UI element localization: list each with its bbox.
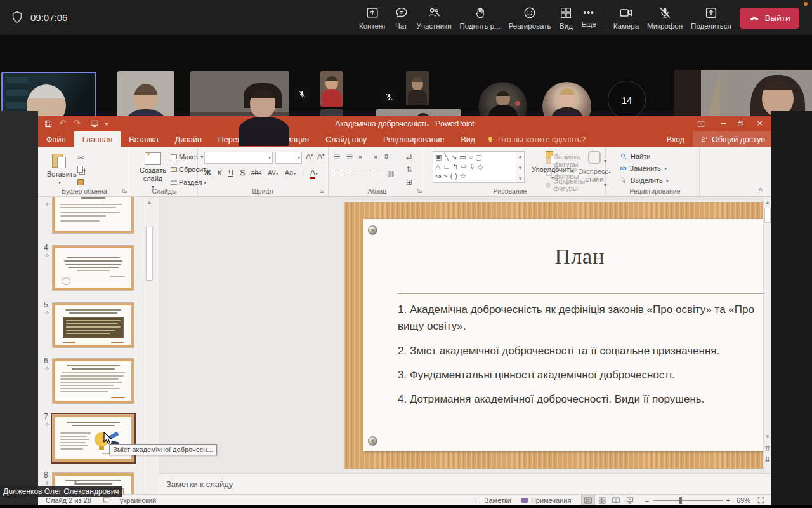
select-button[interactable]: Выделить▾ xyxy=(620,177,669,184)
panel-collapse-icon[interactable]: ▾ xyxy=(74,479,77,485)
react-button[interactable]: Реагировать xyxy=(509,3,551,32)
share-session-button[interactable]: Общий доступ xyxy=(693,131,771,147)
shapes-scroll[interactable]: ▴ ▾ ▾ xyxy=(516,151,525,183)
scroll-up-icon[interactable]: ▴ xyxy=(764,199,771,205)
text-direction-icon[interactable]: ⇄ xyxy=(406,152,412,161)
video-tile-4[interactable] xyxy=(320,71,343,107)
tab-design[interactable]: Дизайн xyxy=(167,131,210,147)
bold-button[interactable]: Ж xyxy=(204,168,211,177)
align-right-icon[interactable] xyxy=(360,171,368,177)
font-name-combo[interactable]: ▾ xyxy=(204,152,273,164)
notes-bar[interactable]: ▾ Заметки к слайду xyxy=(159,473,771,494)
scrollbar-thumb[interactable] xyxy=(764,208,771,223)
format-painter-icon[interactable] xyxy=(77,179,84,187)
scroll-up-icon[interactable]: ▴ xyxy=(145,199,154,205)
thumbnail-slide-5[interactable] xyxy=(52,302,134,348)
zoom-in-icon[interactable]: + xyxy=(726,497,730,504)
more-button[interactable]: •••Еще xyxy=(581,3,596,32)
numbering-icon[interactable]: ☰ xyxy=(346,152,353,161)
line-spacing-icon[interactable]: ⇕ xyxy=(383,152,390,161)
scroll-down-icon[interactable]: ▾ xyxy=(764,433,771,439)
shrink-font-button[interactable]: A▾ xyxy=(317,152,325,161)
tell-me-box[interactable]: Что вы хотите сделать? xyxy=(486,135,586,144)
participants-button[interactable]: Участники xyxy=(417,3,452,32)
font-dialog-launcher[interactable] xyxy=(320,189,325,194)
next-slide-icon[interactable]: ⇊ xyxy=(764,455,771,464)
decrease-indent-icon[interactable]: ⇤ xyxy=(359,152,365,161)
align-left-icon[interactable] xyxy=(334,171,341,177)
tab-file[interactable]: Файл xyxy=(38,131,74,147)
view-button[interactable]: Вид xyxy=(559,3,573,32)
change-case-button[interactable]: Aa▾ xyxy=(285,169,296,177)
char-spacing-button[interactable]: AV▾ xyxy=(268,170,278,177)
tab-home[interactable]: Главная xyxy=(74,131,121,147)
view-normal-button[interactable] xyxy=(581,495,595,505)
align-text-icon[interactable]: ⇅ xyxy=(406,165,412,174)
smartart-icon[interactable]: ⊞ xyxy=(406,178,412,187)
font-color-button[interactable]: A▾ xyxy=(310,168,318,177)
font-size-combo[interactable]: ▾ xyxy=(275,152,302,164)
sign-in-button[interactable]: Вход xyxy=(658,131,693,147)
tab-slideshow[interactable]: Слайд-шоу xyxy=(317,131,375,147)
slide-body-text[interactable]: 1. Академічна доброчесність як дефініція… xyxy=(398,302,763,416)
find-button[interactable]: Найти xyxy=(620,152,650,160)
align-center-icon[interactable] xyxy=(347,171,355,177)
slide-paper[interactable]: План 1. Академічна доброчесність як дефі… xyxy=(363,219,763,451)
tab-review[interactable]: Рецензирование xyxy=(375,131,453,147)
restore-icon[interactable] xyxy=(737,119,745,128)
slide-title[interactable]: План xyxy=(363,244,763,269)
view-slideshow-button[interactable] xyxy=(623,495,637,505)
zoom-slider-thumb[interactable] xyxy=(679,497,682,504)
video-tile-6[interactable] xyxy=(406,71,429,105)
slide-canvas[interactable]: План 1. Академічна доброчесність як дефі… xyxy=(159,197,763,473)
paragraph-dialog-launcher[interactable] xyxy=(417,189,422,194)
leave-button[interactable]: Выйти xyxy=(740,8,799,29)
minimize-icon[interactable]: – xyxy=(721,118,726,128)
ribbon-options-icon[interactable] xyxy=(697,119,705,128)
participants-count-bubble[interactable]: 14 xyxy=(608,81,646,119)
cut-icon[interactable]: ✂ xyxy=(77,153,84,163)
columns-icon[interactable]: ▥ xyxy=(387,169,394,178)
zoom-out-icon[interactable]: – xyxy=(645,497,648,504)
previous-slide-icon[interactable]: ⇈ xyxy=(764,444,771,453)
camera-button[interactable]: Камера xyxy=(613,3,639,32)
content-button[interactable]: Контент xyxy=(359,3,386,32)
thumbnail-slide-6[interactable] xyxy=(52,358,134,404)
zoom-slider[interactable] xyxy=(653,500,723,501)
paste-button[interactable]: Вставить ▾ xyxy=(47,152,72,185)
new-slide-button[interactable]: ✦ Создать слайд ▾ xyxy=(136,152,169,190)
increase-indent-icon[interactable]: ⇥ xyxy=(371,152,377,161)
copy-icon[interactable]: ▾ xyxy=(77,166,86,174)
language-indicator[interactable]: украинский xyxy=(120,497,156,504)
close-icon[interactable]: × xyxy=(757,117,763,128)
bullets-icon[interactable]: ☰ xyxy=(334,152,341,161)
notes-toggle[interactable]: Заметки xyxy=(475,497,511,504)
shape-effects-button[interactable]: Эффекты фигуры▾ xyxy=(546,177,606,192)
justify-icon[interactable] xyxy=(374,171,381,177)
microphone-button[interactable]: Микрофон xyxy=(647,3,683,32)
comments-toggle[interactable]: Примечания xyxy=(521,497,572,504)
shapes-gallery[interactable]: ▣╲↘▭○▢ △∟↰⇨⇩◇ ↝~()☆ xyxy=(433,151,516,183)
replace-button[interactable]: abЗаменить▾ xyxy=(620,164,667,172)
collapse-ribbon-icon[interactable]: ^ xyxy=(759,187,763,194)
strikethrough-button[interactable]: abc xyxy=(251,170,261,177)
italic-button[interactable]: К xyxy=(218,168,222,177)
chat-button[interactable]: Чат xyxy=(395,3,409,32)
share-button[interactable]: Поделиться xyxy=(691,3,731,32)
scrollbar-thumb[interactable] xyxy=(146,227,153,281)
clipboard-dialog-launcher[interactable] xyxy=(122,189,128,194)
text-shadow-button[interactable]: S xyxy=(240,168,245,177)
fit-slide-icon[interactable] xyxy=(757,496,765,504)
zoom-level[interactable]: 69% xyxy=(737,497,750,504)
tab-view[interactable]: Вид xyxy=(452,131,483,147)
thumbnail-slide-3[interactable] xyxy=(52,197,134,234)
grow-font-button[interactable]: A▴ xyxy=(306,152,313,161)
tab-insert[interactable]: Вставка xyxy=(121,131,166,147)
raise-hand-button[interactable]: Поднять р... xyxy=(460,3,501,32)
slide-editing-area[interactable]: План 1. Академічна доброчесність як дефі… xyxy=(344,202,763,469)
canvas-scrollbar[interactable]: ▴ ▾ ⇈ ⇊ xyxy=(763,197,771,473)
underline-button[interactable]: Ч xyxy=(228,168,233,177)
view-sorter-button[interactable] xyxy=(595,495,609,505)
view-reading-button[interactable] xyxy=(609,495,623,505)
thumbnail-slide-4[interactable] xyxy=(52,245,134,291)
